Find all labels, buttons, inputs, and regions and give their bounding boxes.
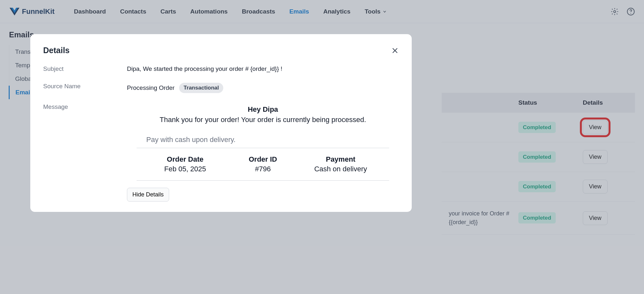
pay-note: Pay with cash upon delivery. xyxy=(137,136,389,148)
message-label: Message xyxy=(43,103,127,110)
order-meta: Order Date Feb 05, 2025 Order ID #796 Pa… xyxy=(137,148,389,181)
order-id-label: Order ID xyxy=(224,155,302,164)
source-value: Processing Order Transactional xyxy=(127,83,399,93)
order-date-value: Feb 05, 2025 xyxy=(146,165,224,173)
detail-grid: Subject Dipa, We started the processing … xyxy=(43,65,399,202)
close-icon[interactable] xyxy=(391,47,399,54)
source-label: Source Name xyxy=(43,83,127,90)
hide-details-button[interactable]: Hide Details xyxy=(127,188,169,202)
payment-label: Payment xyxy=(302,155,380,164)
modal-header: Details xyxy=(43,46,399,55)
message-subline: Thank you for your order! Your order is … xyxy=(127,116,399,124)
subject-value: Dipa, We started the processing your ord… xyxy=(127,65,399,72)
message-greeting: Hey Dipa xyxy=(127,105,399,114)
transactional-tag: Transactional xyxy=(179,83,224,93)
details-modal: Details Subject Dipa, We started the pro… xyxy=(30,34,412,212)
subject-label: Subject xyxy=(43,65,127,72)
order-id-value: #796 xyxy=(224,165,302,173)
modal-title: Details xyxy=(43,46,70,55)
payment-value: Cash on delivery xyxy=(302,165,380,173)
message-preview: Hey Dipa Thank you for your order! Your … xyxy=(127,105,399,202)
order-date-label: Order Date xyxy=(146,155,224,164)
